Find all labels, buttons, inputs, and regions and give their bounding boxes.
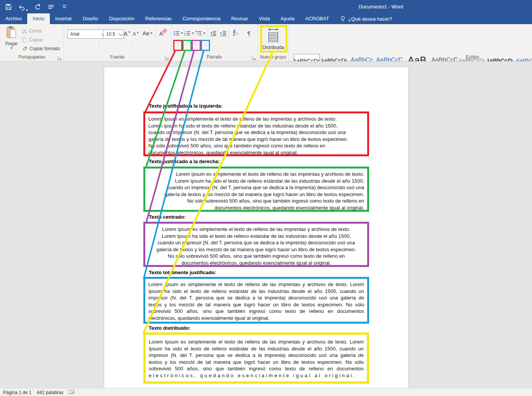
font-family-value: Arial [70,31,79,37]
group-parrafo: 123 A Z ↓ ¶ [171,24,258,61]
change-case-label: Aa [143,30,149,36]
tab-inicio[interactable]: Inicio [27,13,49,24]
distribute-button[interactable]: Distribuida [262,26,285,52]
font-size-combo[interactable]: 10,5 [103,29,124,39]
group-label-portapapeles: Portapapeles [0,54,64,60]
tab-correspondencia[interactable]: Correspondencia [177,13,226,24]
section-text-left: Lorem Ipsum es simplemente el texto de r… [148,116,364,156]
paragraph-dialog-launcher-icon[interactable] [252,55,256,59]
change-case-button[interactable]: Aa [142,29,153,38]
distribute-label: Distribuida [263,45,284,50]
tell-me-label: ¿Qué desea hacer? [348,16,392,22]
bullets-button[interactable] [173,29,184,38]
title-bar: Documento1 - Word [0,0,532,13]
tab-diseno[interactable]: Diseño [77,13,103,24]
scissors-icon [22,29,27,34]
tab-referencias[interactable]: Referencias [140,13,177,24]
format-painter-button[interactable]: Copiar formato [22,46,60,51]
font-family-combo[interactable]: Arial [67,29,107,39]
group-label-fuente: Fuente [64,54,171,60]
multilevel-list-button[interactable] [195,29,206,38]
tab-ayuda[interactable]: Ayuda [275,13,300,24]
section-box-left[interactable]: Lorem Ipsum es simplemente el texto de r… [143,111,369,156]
copy-icon [22,37,27,43]
status-bar: Página 1 de 1 442 palabras [0,388,532,396]
tab-revisar[interactable]: Revisar [226,13,253,24]
document-area: Texto justificado a la izquierda: Lorem … [0,61,532,388]
quick-access-toolbar [5,0,68,13]
sort-arrow-icon: ↓ [236,30,239,36]
section-heading-distributed[interactable]: Texto distribuido: [149,325,190,331]
undo-icon[interactable] [18,3,28,11]
increase-indent-icon [220,31,227,36]
section-box-center[interactable]: Lorem Ipsum es simplemente el texto de r… [143,222,369,267]
numbering-button[interactable]: 123 [184,29,194,38]
pilcrow-icon: ¶ [247,30,250,36]
section-box-distributed[interactable]: Lorem Ipsum es simplemente el texto de r… [143,332,369,384]
show-marks-button[interactable]: ¶ [245,28,253,38]
group-nuevo-grupo: Distribuida Nuevo grupo [258,24,289,61]
page-indicator[interactable]: Página 1 de 1 [3,390,31,395]
sort-az-icon: A Z [233,30,236,36]
grow-font-button[interactable]: A▲ [123,29,131,38]
section-lastline-justify: electrónicos, quedando esencialmente igu… [148,315,364,322]
tab-acrobat[interactable]: ACROBAT [300,13,335,24]
paste-dropdown-icon[interactable] [10,47,13,49]
customize-qat-icon[interactable] [61,3,68,11]
section-text-justify: Lorem Ipsum es simplemente el texto de r… [148,281,364,315]
group-portapapeles: Pegar Cortar Copiar Copiar formato Porta… [0,24,64,61]
cut-button[interactable]: Cortar [22,28,42,34]
font-dialog-launcher-icon[interactable] [165,55,169,59]
section-lastline-distributed: electrónicos, quedando esencialmente igu… [149,372,364,379]
bullet-list-icon [174,31,180,36]
multilevel-list-icon [196,31,202,36]
cut-label: Cortar [29,28,42,34]
section-box-right[interactable]: Lorem Ipsum es simplemente el texto de r… [143,167,369,212]
shrink-font-button[interactable]: A▼ [132,29,140,39]
tab-disposicion[interactable]: Disposición [103,13,140,24]
paste-label: Pegar [5,41,18,46]
sort-button[interactable]: A Z ↓ [230,28,241,38]
decrease-indent-button[interactable] [209,29,218,38]
clear-formatting-button[interactable]: A [158,29,168,38]
tell-me-box[interactable]: ¿Qué desea hacer? [337,13,396,24]
document-page[interactable]: Texto justificado a la izquierda: Lorem … [104,67,408,388]
group-fuente: Arial 10,5 A▲ A▼ Aa A N K S abc X₂ X² A … [64,24,171,61]
group-estilos: AaBbCcDc ¶ Normal AaBbCcDc ¶ Sin espa...… [289,24,532,61]
proofing-icon[interactable] [69,389,74,396]
save-icon[interactable] [5,3,12,11]
group-label-parrafo: Párrafo [171,54,258,60]
numbered-list-icon: 123 [184,31,190,36]
tab-insertar[interactable]: Insertar [50,13,77,24]
distribute-icon [266,28,280,43]
copy-button[interactable]: Copiar [22,37,43,43]
paste-button[interactable]: Pegar [3,26,20,56]
section-heading-left[interactable]: Texto justificado a la izquierda: [149,103,223,109]
menu-lines-icon[interactable] [47,3,55,11]
section-heading-right[interactable]: Texto justificado a la derecha: [149,159,220,164]
increase-indent-button[interactable] [218,29,228,38]
format-painter-label: Copiar formato [30,46,60,51]
ribbon: Pegar Cortar Copiar Copiar formato Porta… [0,24,532,61]
svg-text:3: 3 [184,34,186,36]
chevron-down-icon [118,31,123,36]
section-heading-center[interactable]: Texto centrado: [149,214,186,220]
tab-archivo[interactable]: Archivo [0,13,27,24]
copy-label: Copiar [29,37,43,43]
lightbulb-icon [340,16,345,22]
window-title: Documento1 - Word [359,0,403,13]
undo-dropdown-icon[interactable] [26,10,28,11]
clipboard-icon [6,26,17,39]
section-heading-justify[interactable]: Texto totalmente justificado: [149,270,216,275]
section-box-justify[interactable]: Lorem Ipsum es simplemente el texto de r… [143,277,369,324]
decrease-indent-icon [210,31,217,36]
format-painter-icon [22,46,28,51]
clipboard-dialog-launcher-icon[interactable] [57,55,62,59]
section-text-distributed: Lorem Ipsum es simplemente el texto de r… [149,339,364,372]
tab-vista[interactable]: Vista [253,13,275,24]
section-text-right: Lorem Ipsum es simplemente el texto de r… [148,171,364,211]
section-text-center: Lorem Ipsum es simplemente el texto de r… [148,226,364,266]
group-label-nuevo-grupo: Nuevo grupo [258,54,289,60]
redo-icon[interactable] [34,3,41,11]
word-count[interactable]: 442 palabras [37,390,63,395]
